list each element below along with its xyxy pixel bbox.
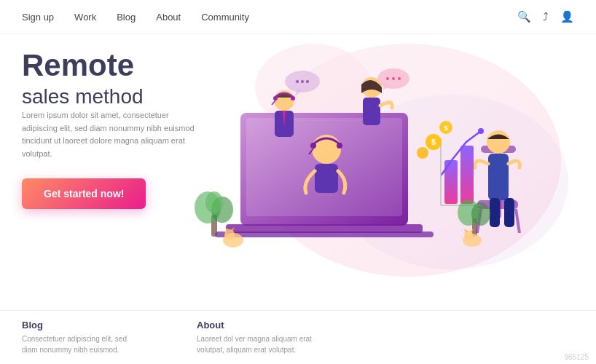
nav-community[interactable]: Community	[201, 12, 249, 23]
hero-illustration	[248, 34, 596, 305]
footer-blog-text: Consectetuer adipiscing elit, sed diam n…	[22, 333, 138, 355]
nav-work[interactable]: Work	[74, 12, 96, 23]
nav-blog[interactable]: Blog	[117, 12, 136, 23]
watermark-id: 965125	[565, 353, 589, 361]
footer-about: About Laoreet dol ver magna aliquam erat…	[197, 320, 313, 355]
site-footer: Blog Consectetuer adipiscing elit, sed d…	[0, 310, 596, 364]
main-nav: Sign up Work Blog About Community	[22, 10, 249, 23]
site-header: Sign up Work Blog About Community 🔍 ⤴ 👤	[0, 0, 596, 34]
hero-description: Lorem ipsum dolor sit amet, consectetuer…	[22, 109, 197, 160]
footer-blog: Blog Consectetuer adipiscing elit, sed d…	[22, 320, 138, 355]
search-icon[interactable]: 🔍	[517, 10, 531, 23]
nav-signup[interactable]: Sign up	[22, 12, 54, 23]
footer-about-text: Laoreet dol ver magna aliquam erat volut…	[197, 333, 313, 355]
cta-button[interactable]: Get started now!	[22, 178, 146, 209]
footer-blog-title: Blog	[22, 320, 138, 331]
share-icon[interactable]: ⤴	[543, 10, 549, 23]
main-content: Remote sales method Lorem ipsum dolor si…	[0, 34, 596, 305]
user-icon[interactable]: 👤	[560, 10, 574, 23]
hero-headline: Remote sales method	[22, 49, 248, 109]
header-icons: 🔍 ⤴ 👤	[517, 10, 574, 23]
headline-line2: sales method	[22, 85, 144, 108]
nav-about[interactable]: About	[156, 12, 181, 23]
hero-left: Remote sales method Lorem ipsum dolor si…	[22, 34, 248, 305]
headline-line1: Remote	[22, 48, 134, 82]
footer-about-title: About	[197, 320, 313, 331]
